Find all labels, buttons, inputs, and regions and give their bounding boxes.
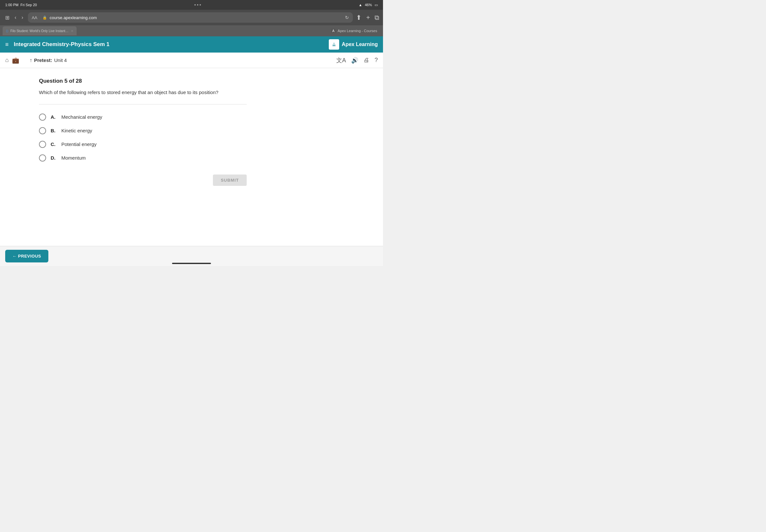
refresh-button[interactable]: ↻ [345,15,349,20]
battery-icon: ▭ [374,3,378,7]
tabs-icon[interactable]: ⧉ [374,14,379,21]
audio-icon[interactable]: 🔊 [351,57,358,64]
radio-c[interactable] [39,141,46,148]
pretest-label: Pretest: [34,57,52,63]
question-text: Which of the following refers to stored … [39,89,234,96]
radio-b[interactable] [39,127,46,134]
tab-filo-close[interactable]: ✕ [71,29,73,33]
filo-icon: ⟨⟩ [6,29,8,33]
bottom-nav: ← PREVIOUS [0,246,383,266]
option-a-text: Mechanical energy [61,114,102,120]
option-d-text: Momentum [61,155,86,161]
home-indicator [172,263,211,264]
tab-apex[interactable]: A Apex Learning - Courses [328,29,380,33]
status-indicators: ▲ 46% ▭ [359,3,378,7]
status-time: 1:00 PM [5,3,18,7]
tab-filo[interactable]: ⟨⟩ Filo Student: World's Only Live Insta… [3,26,77,35]
translate-icon[interactable]: 文A [336,56,346,64]
submit-area: SUBMIT [39,175,247,186]
apex-tab-a-icon: A [331,29,336,33]
dot2 [197,4,198,6]
lock-icon: 🔒 [43,16,47,20]
status-dots [194,4,201,6]
radio-d[interactable] [39,154,46,162]
app-title: Integrated Chemistry-Physics Sem 1 [14,41,329,48]
option-b-text: Kinetic energy [61,128,92,133]
app-header: ≡ Integrated Chemistry-Physics Sem 1 Ape… [0,36,383,53]
dot1 [194,4,196,6]
previous-button[interactable]: ← PREVIOUS [5,250,48,262]
toolbar-left: ⌂ 💼 [5,57,19,64]
option-d[interactable]: D. Momentum [39,154,344,162]
briefcase-icon[interactable]: 💼 [12,57,19,64]
tab-filo-label: Filo Student: World's Only Live Instant … [10,29,69,33]
option-c-text: Potential energy [61,141,96,147]
tab-bar: ⟨⟩ Filo Student: World's Only Live Insta… [0,25,383,36]
submit-button[interactable]: SUBMIT [213,175,247,186]
status-time-date: 1:00 PM Fri Sep 20 [5,3,37,7]
apex-logo: Apex Learning [329,39,378,50]
dot3 [200,4,201,6]
tab-apex-label: Apex Learning - Courses [337,29,377,33]
status-date: Fri Sep 20 [20,3,37,7]
option-b[interactable]: B. Kinetic energy [39,127,344,134]
help-icon[interactable]: ? [374,57,378,64]
apex-logo-text: Apex Learning [342,42,378,47]
sidebar-toggle-button[interactable]: ⊞ [4,13,11,22]
browser-actions[interactable]: ⬆ + ⧉ [356,14,379,21]
option-a-letter: A. [51,114,55,120]
option-c-letter: C. [51,141,55,147]
wifi-icon: ▲ [359,3,362,7]
question-divider [39,104,247,104]
browser-controls[interactable]: ⊞ ‹ › [4,13,25,22]
hamburger-menu-icon[interactable]: ≡ [5,41,9,48]
address-bar[interactable]: AA 🔒 course.apexlearning.com ↻ [28,12,353,23]
content-wrapper: Question 5 of 28 Which of the following … [0,68,383,246]
url-text: course.apexlearning.com [50,15,97,20]
browser-bar: ⊞ ‹ › AA 🔒 course.apexlearning.com ↻ ⬆ +… [0,10,383,25]
apex-logo-icon [329,39,339,50]
forward-button[interactable]: › [20,13,24,22]
options-list: A. Mechanical energy B. Kinetic energy C… [39,114,344,162]
option-b-letter: B. [51,128,55,133]
main-content: Question 5 of 28 Which of the following … [0,68,383,202]
toolbar-right[interactable]: 文A 🔊 🖨 ? [336,56,378,64]
option-a[interactable]: A. Mechanical energy [39,114,344,121]
home-icon[interactable]: ⌂ [5,57,9,64]
back-button[interactable]: ‹ [13,13,18,22]
battery-text: 46% [365,3,372,7]
share-icon[interactable]: ⬆ [356,14,361,21]
radio-a[interactable] [39,114,46,121]
toolbar: ⌂ 💼 ↑ Pretest: Unit 4 文A 🔊 🖨 ? [0,53,383,68]
aa-label[interactable]: AA [32,15,37,20]
toolbar-pretest: ↑ Pretest: Unit 4 [30,57,67,63]
new-tab-icon[interactable]: + [366,14,370,21]
pretest-value: Unit 4 [54,57,67,63]
option-d-letter: D. [51,155,55,161]
status-bar: 1:00 PM Fri Sep 20 ▲ 46% ▭ [0,0,383,10]
question-number: Question 5 of 28 [39,78,344,84]
option-c[interactable]: C. Potential energy [39,141,344,148]
pretest-up-arrow: ↑ [30,57,32,63]
print-icon[interactable]: 🖨 [363,57,369,64]
